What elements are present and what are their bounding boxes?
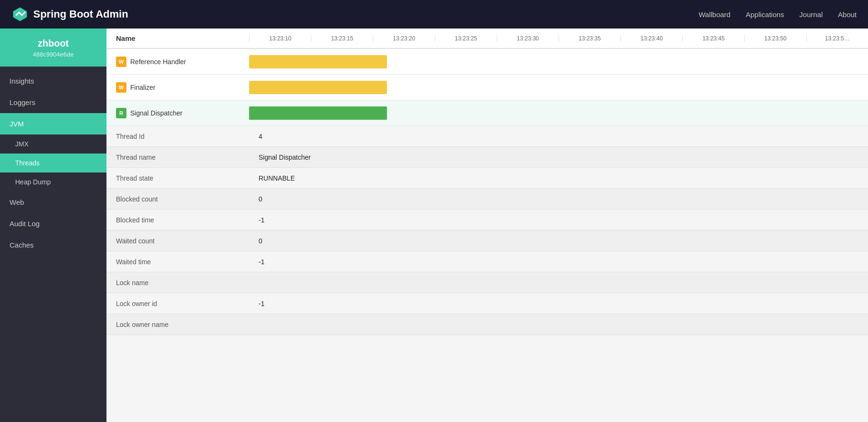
brand-link[interactable]: Spring Boot Admin bbox=[11, 6, 128, 23]
thread-name-reference-handler: W Reference Handler bbox=[106, 52, 249, 72]
detail-row-waited-count: Waited count 0 bbox=[106, 230, 868, 251]
sidebar-item-jvm[interactable]: JVM bbox=[0, 113, 106, 134]
detail-value-waited-count: 0 bbox=[249, 232, 868, 249]
tick-3: 13:23:25 bbox=[435, 35, 497, 42]
detail-row-lock-owner-id: Lock owner id -1 bbox=[106, 293, 868, 314]
thread-row-reference-handler[interactable]: W Reference Handler bbox=[106, 49, 868, 75]
thread-bar-finalizer bbox=[249, 81, 387, 94]
sidebar-header: zhboot 488c9904e6de bbox=[0, 29, 106, 67]
spring-boot-admin-logo bbox=[11, 6, 29, 23]
sidebar-item-audit-log[interactable]: Audit Log bbox=[0, 213, 106, 234]
thread-badge-w-reference: W bbox=[116, 57, 126, 67]
thread-badge-w-finalizer: W bbox=[116, 82, 126, 93]
nav-applications[interactable]: Applications bbox=[746, 10, 784, 19]
thread-row-finalizer[interactable]: W Finalizer bbox=[106, 75, 868, 100]
detail-value-lock-owner-name bbox=[249, 320, 868, 329]
detail-value-thread-state: RUNNABLE bbox=[249, 170, 868, 187]
detail-row-waited-time: Waited time -1 bbox=[106, 251, 868, 272]
detail-value-thread-name: Signal Dispatcher bbox=[249, 149, 868, 166]
detail-key-thread-name: Thread name bbox=[106, 149, 249, 166]
column-name-header: Name bbox=[106, 34, 249, 42]
tick-5: 13:23:35 bbox=[559, 35, 620, 42]
svg-marker-0 bbox=[13, 8, 27, 21]
detail-value-thread-id: 4 bbox=[249, 128, 868, 145]
topnav: Spring Boot Admin Wallboard Applications… bbox=[0, 0, 868, 29]
timeline-header: Name 13:23:10 13:23:15 13:23:20 13:23:25… bbox=[106, 29, 868, 49]
timeline-container: Name 13:23:10 13:23:15 13:23:20 13:23:25… bbox=[106, 29, 868, 126]
topnav-links: Wallboard Applications Journal About bbox=[699, 10, 857, 19]
sidebar: zhboot 488c9904e6de Insights Loggers JVM… bbox=[0, 29, 106, 422]
detail-value-blocked-time: -1 bbox=[249, 211, 868, 229]
brand-name: Spring Boot Admin bbox=[33, 8, 128, 20]
thread-name-finalizer: W Finalizer bbox=[106, 77, 249, 97]
sidebar-item-jmx[interactable]: JMX bbox=[0, 134, 106, 153]
detail-row-thread-name: Thread name Signal Dispatcher bbox=[106, 147, 868, 168]
detail-key-blocked-time: Blocked time bbox=[106, 211, 249, 229]
detail-key-lock-owner-name: Lock owner name bbox=[106, 316, 249, 333]
tick-0: 13:23:10 bbox=[249, 35, 311, 42]
sidebar-item-insights[interactable]: Insights bbox=[0, 70, 106, 92]
detail-key-thread-state: Thread state bbox=[106, 170, 249, 187]
tick-7: 13:23:45 bbox=[682, 35, 744, 42]
nav-about[interactable]: About bbox=[838, 10, 857, 19]
detail-value-lock-name bbox=[249, 278, 868, 288]
sidebar-item-heap-dump[interactable]: Heap Dump bbox=[0, 173, 106, 192]
thread-bar-signal bbox=[249, 106, 387, 120]
thread-details-table: Thread Id 4 Thread name Signal Dispatche… bbox=[106, 126, 868, 335]
tick-4: 13:23:30 bbox=[497, 35, 559, 42]
tick-2: 13:23:20 bbox=[373, 35, 434, 42]
detail-row-blocked-count: Blocked count 0 bbox=[106, 189, 868, 210]
thread-bar-col-finalizer bbox=[249, 76, 868, 99]
sidebar-item-caches[interactable]: Caches bbox=[0, 234, 106, 256]
sidebar-nav: Insights Loggers JVM JMX Threads Heap Du… bbox=[0, 67, 106, 259]
detail-value-waited-time: -1 bbox=[249, 253, 868, 270]
sidebar-item-loggers[interactable]: Loggers bbox=[0, 92, 106, 113]
detail-key-waited-count: Waited count bbox=[106, 232, 249, 249]
tick-9: 13:23:5… bbox=[806, 35, 868, 42]
sidebar-item-web[interactable]: Web bbox=[0, 192, 106, 213]
layout: zhboot 488c9904e6de Insights Loggers JVM… bbox=[0, 29, 868, 422]
detail-row-lock-owner-name: Lock owner name bbox=[106, 314, 868, 335]
detail-row-blocked-time: Blocked time -1 bbox=[106, 210, 868, 230]
detail-row-lock-name: Lock name bbox=[106, 272, 868, 293]
detail-row-thread-id: Thread Id 4 bbox=[106, 126, 868, 147]
thread-bar-reference bbox=[249, 55, 387, 68]
detail-value-lock-owner-id: -1 bbox=[249, 295, 868, 312]
app-id: 488c9904e6de bbox=[8, 51, 99, 58]
nav-wallboard[interactable]: Wallboard bbox=[699, 10, 731, 19]
main-content: Name 13:23:10 13:23:15 13:23:20 13:23:25… bbox=[106, 29, 868, 422]
thread-bar-col-signal bbox=[249, 102, 868, 125]
thread-label-finalizer: Finalizer bbox=[130, 84, 155, 91]
nav-journal[interactable]: Journal bbox=[800, 10, 823, 19]
detail-key-lock-name: Lock name bbox=[106, 274, 249, 291]
detail-key-thread-id: Thread Id bbox=[106, 128, 249, 145]
app-name: zhboot bbox=[8, 38, 99, 49]
tick-6: 13:23:40 bbox=[620, 35, 682, 42]
thread-bar-col-reference bbox=[249, 50, 868, 73]
tick-8: 13:23:50 bbox=[744, 35, 806, 42]
detail-key-waited-time: Waited time bbox=[106, 253, 249, 270]
thread-badge-r-signal: R bbox=[116, 108, 126, 118]
tick-1: 13:23:15 bbox=[311, 35, 373, 42]
detail-row-thread-state: Thread state RUNNABLE bbox=[106, 168, 868, 189]
detail-key-lock-owner-id: Lock owner id bbox=[106, 295, 249, 312]
thread-name-signal-dispatcher: R Signal Dispatcher bbox=[106, 103, 249, 123]
timeline-ticks: 13:23:10 13:23:15 13:23:20 13:23:25 13:2… bbox=[249, 35, 868, 42]
sidebar-item-threads[interactable]: Threads bbox=[0, 153, 106, 173]
detail-value-blocked-count: 0 bbox=[249, 191, 868, 208]
thread-row-signal-dispatcher[interactable]: R Signal Dispatcher bbox=[106, 100, 868, 126]
thread-label-signal: Signal Dispatcher bbox=[130, 109, 183, 117]
thread-label-reference: Reference Handler bbox=[130, 58, 186, 66]
detail-key-blocked-count: Blocked count bbox=[106, 191, 249, 208]
